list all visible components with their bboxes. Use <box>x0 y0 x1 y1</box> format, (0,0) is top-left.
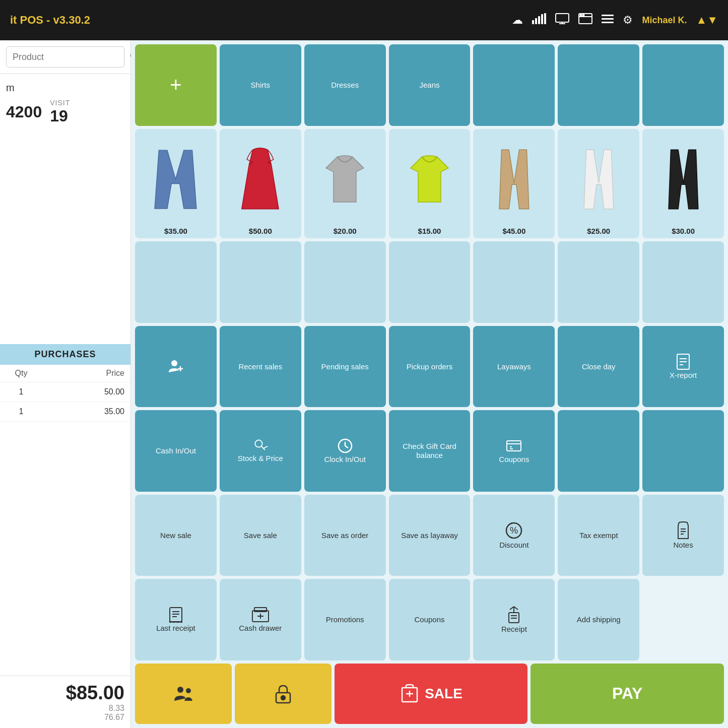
app-title: it POS - v3.30.2 <box>10 14 90 27</box>
add-shipping-button[interactable]: Add shipping <box>558 579 639 660</box>
settings-icon[interactable]: ⚙ <box>623 14 633 27</box>
signal-icon[interactable] <box>532 13 546 27</box>
category-4[interactable] <box>473 44 555 126</box>
cash-drawer-label: Cash drawer <box>239 624 282 633</box>
product-red-dress[interactable]: $50.00 <box>220 129 301 239</box>
discount-button[interactable]: % Discount <box>473 495 555 576</box>
product-image-dress <box>223 132 298 227</box>
product-price: $45.00 <box>502 227 525 235</box>
left-panel: 🔍 m 4200 VISIT 19 PURCHASES Qty Price 1 … <box>0 40 131 728</box>
product-image-beige <box>476 132 552 227</box>
svg-rect-0 <box>532 20 534 24</box>
empty-row5-7[interactable] <box>642 410 724 492</box>
stock-price-button[interactable]: Stock & Price <box>220 410 301 492</box>
product-black-pants[interactable]: $30.00 <box>642 129 724 239</box>
category-dresses[interactable]: Dresses <box>304 44 386 126</box>
menu-icon[interactable] <box>602 14 614 27</box>
empty-row5-6[interactable] <box>558 410 639 492</box>
empty-cell-1[interactable] <box>135 241 217 323</box>
customers-button[interactable] <box>135 664 232 724</box>
save-sale-button[interactable]: Save sale <box>220 495 301 576</box>
x-report-button[interactable]: X-report <box>642 326 724 408</box>
notes-button[interactable]: Notes <box>642 495 724 576</box>
svg-line-48 <box>514 607 518 610</box>
total-amount: $85.00 <box>6 682 124 704</box>
browser-icon[interactable] <box>578 13 592 27</box>
table-row[interactable]: 1 35.00 <box>0 402 130 422</box>
layaways-button[interactable]: Layaways <box>473 326 555 408</box>
pickup-orders-label: Pickup orders <box>407 362 453 371</box>
svg-rect-12 <box>602 15 614 16</box>
user-name[interactable]: Michael K. <box>642 15 687 26</box>
empty-cell-7[interactable] <box>642 241 724 323</box>
product-price: $30.00 <box>672 227 695 235</box>
visit-col: VISIT 19 <box>50 99 70 125</box>
coupons-button-row7[interactable]: Coupons <box>389 579 471 660</box>
close-day-button[interactable]: Close day <box>558 326 639 408</box>
recent-sales-button[interactable]: Recent sales <box>220 326 301 408</box>
pending-sales-button[interactable]: Pending sales <box>304 326 386 408</box>
row-price: 50.00 <box>84 387 124 396</box>
product-gray-shirt[interactable]: $20.00 <box>304 129 386 239</box>
row-qty: 1 <box>6 407 36 416</box>
svg-rect-3 <box>541 14 543 24</box>
cash-inout-label: Cash In/Out <box>156 446 196 455</box>
category-5[interactable] <box>558 44 639 126</box>
last-receipt-button[interactable]: Last receipt <box>135 579 217 660</box>
new-sale-button[interactable]: New sale <box>135 495 217 576</box>
empty-cell-6[interactable] <box>558 241 639 323</box>
shirts-label: Shirts <box>251 81 270 90</box>
category-jeans[interactable]: Jeans <box>389 44 471 126</box>
pay-button[interactable]: PAY <box>531 664 724 724</box>
product-beige-pants[interactable]: $45.00 <box>473 129 555 239</box>
functions-row: Recent sales Pending sales Pickup orders… <box>135 326 724 408</box>
lock-button[interactable] <box>235 664 332 724</box>
coupons-label-row5: Coupons <box>499 455 529 464</box>
check-gift-card-button[interactable]: Check Gift Card balance <box>389 410 471 492</box>
category-6[interactable] <box>642 44 724 126</box>
product-price: $15.00 <box>418 227 441 235</box>
table-row[interactable]: 1 50.00 <box>0 382 130 402</box>
cash-inout-button[interactable]: Cash In/Out <box>135 410 217 492</box>
empty-cell-5[interactable] <box>473 241 555 323</box>
svg-point-10 <box>580 15 582 16</box>
empty-cell-2[interactable] <box>220 241 301 323</box>
pay-label: PAY <box>612 684 642 703</box>
cloud-icon[interactable]: ☁ <box>512 14 523 27</box>
user-dropdown-icon[interactable]: ▲▼ <box>696 14 718 27</box>
cash-drawer-button[interactable]: Cash drawer <box>220 579 301 660</box>
svg-point-15 <box>171 360 177 366</box>
product-white-pants[interactable]: $25.00 <box>558 129 639 239</box>
display-icon[interactable] <box>555 13 569 27</box>
svg-point-22 <box>255 440 262 447</box>
sale-actions-row: New sale Save sale Save as order Save as… <box>135 495 724 576</box>
pickup-orders-button[interactable]: Pickup orders <box>389 326 471 408</box>
add-customer-button[interactable] <box>135 326 217 408</box>
sale-button[interactable]: SALE <box>335 664 528 724</box>
category-shirts[interactable]: Shirts <box>220 44 301 126</box>
search-input[interactable] <box>13 52 129 62</box>
save-as-order-button[interactable]: Save as order <box>304 495 386 576</box>
product-yellow-shirt[interactable]: $15.00 <box>389 129 471 239</box>
add-button[interactable]: + <box>135 44 217 126</box>
receipt-label: Receipt <box>501 625 527 634</box>
coupons-button-row5[interactable]: Coupons <box>473 410 555 492</box>
empty-cell-4[interactable] <box>389 241 471 323</box>
promotions-button[interactable]: Promotions <box>304 579 386 660</box>
purchases-table: Qty Price 1 50.00 1 35.00 <box>0 365 130 422</box>
tax-exempt-button[interactable]: Tax exempt <box>558 495 639 576</box>
svg-point-51 <box>177 687 183 693</box>
search-input-wrap[interactable]: 🔍 <box>6 46 124 68</box>
clock-inout-button[interactable]: Clock In/Out <box>304 410 386 492</box>
notes-label: Notes <box>673 541 693 550</box>
more-functions-row: Cash In/Out Stock & Price Clock In/Out <box>135 410 724 492</box>
product-image-jeans <box>138 132 214 227</box>
product-image-black <box>645 132 721 227</box>
empty-cell-3[interactable] <box>304 241 386 323</box>
visit-count: 19 <box>50 107 70 125</box>
bottom-action-row: SALE PAY <box>135 664 724 724</box>
product-jeans[interactable]: $35.00 <box>135 129 217 239</box>
receipt-button[interactable]: Receipt <box>473 579 555 660</box>
save-sale-label: Save sale <box>244 531 277 540</box>
save-as-layaway-button[interactable]: Save as layaway <box>389 495 471 576</box>
